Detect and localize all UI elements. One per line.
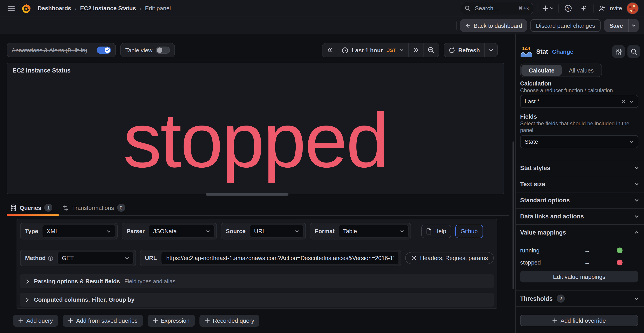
parsing-options-row[interactable]: Parsing options & Result fields Field ty… [20, 274, 494, 288]
options-sections: Stat styles Text size Standard options D… [516, 160, 644, 240]
refresh-interval-chevron[interactable] [484, 44, 497, 57]
panel-edit-main-area: Annotations & Alerts (Built-in) Table vi… [0, 34, 515, 333]
chevron-down-icon [634, 198, 639, 203]
chevron-down-icon [634, 214, 639, 219]
panel-toolbar: Annotations & Alerts (Built-in) Table vi… [7, 43, 504, 57]
mapping-value: stopped [520, 259, 574, 266]
plus-icon [552, 318, 558, 323]
calculation-select[interactable]: Last * [520, 95, 638, 108]
section-standard-options[interactable]: Standard options [516, 192, 644, 208]
query-footer-actions: Add query Add from saved queries Express… [13, 315, 260, 327]
divider [558, 4, 558, 12]
save-options-chevron[interactable] [628, 19, 639, 32]
clear-icon [621, 99, 626, 104]
help-icon[interactable]: ? [563, 3, 574, 14]
zoom-out-time-icon[interactable] [423, 44, 438, 57]
add-new-button[interactable] [542, 3, 554, 14]
menu-icon[interactable] [5, 3, 17, 14]
plus-icon [205, 318, 210, 323]
add-from-saved-queries-button[interactable]: Add from saved queries [63, 315, 143, 327]
format-field-group: Format Table [310, 223, 411, 239]
gear-icon [411, 255, 417, 261]
time-range-picker[interactable]: Last 1 hour JST [337, 44, 408, 57]
source-select[interactable]: URL [250, 225, 304, 238]
help-button[interactable]: Help [421, 224, 451, 238]
add-query-button[interactable]: Add query [13, 315, 58, 327]
type-field-group: Type XML [20, 223, 118, 239]
tab-calculate[interactable]: Calculate [522, 65, 562, 76]
section-text-size[interactable]: Text size [516, 176, 644, 192]
refresh-button[interactable]: Refresh [444, 44, 484, 57]
timezone-label: JST [387, 48, 396, 53]
user-avatar[interactable] [626, 2, 639, 14]
chevron-right-icon [26, 297, 30, 302]
scrollbar[interactable] [512, 141, 514, 289]
add-field-override-button[interactable]: Add field override [520, 315, 638, 326]
tab-all-values[interactable]: All values [562, 65, 601, 76]
headers-request-params-button[interactable]: Headers, Request params [406, 252, 494, 264]
fields-select[interactable]: State [520, 135, 638, 148]
plus-icon [153, 318, 158, 323]
tab-queries[interactable]: Queries 1 [7, 204, 59, 215]
method-value: GET [62, 255, 121, 261]
breadcrumb-dashboards[interactable]: Dashboards [38, 5, 71, 12]
search-box[interactable]: ⌘+k [461, 3, 533, 14]
stat-value: stopped [7, 63, 504, 194]
annotations-toggle-cell[interactable] [92, 44, 116, 57]
computed-columns-row[interactable]: Computed columns, Filter, Group by [20, 293, 494, 306]
tab-transformations[interactable]: Transformations 0 [59, 204, 132, 215]
chevron-up-icon [634, 230, 639, 235]
recorded-query-button[interactable]: Recorded query [200, 315, 260, 327]
section-value-mappings[interactable]: Value mappings [516, 224, 644, 240]
github-button[interactable]: Github [455, 224, 483, 238]
discard-label: Discard panel changes [536, 22, 595, 29]
fields-label: Fields [520, 113, 537, 120]
breadcrumb-dashboard-name[interactable]: EC2 Instance Status [80, 5, 136, 12]
discard-panel-changes-button[interactable]: Discard panel changes [531, 19, 600, 32]
edit-value-mappings-button[interactable]: Edit value mappings [520, 271, 638, 282]
github-label: Github [461, 228, 478, 234]
thresholds-count-badge: 2 [557, 294, 565, 302]
source-field-group: Source URL [221, 223, 306, 239]
chevron-right-icon [26, 279, 30, 283]
url-input[interactable] [165, 254, 394, 262]
grafana-logo-icon[interactable] [22, 3, 31, 13]
save-split-button: Save [604, 19, 639, 32]
time-shift-back-icon[interactable] [323, 44, 337, 57]
table-view-toggle-off[interactable] [156, 47, 170, 54]
search-options-icon[interactable] [628, 45, 640, 58]
parsing-options-title: Parsing options & Result fields [34, 278, 120, 285]
panel-preview[interactable]: EC2 Instance Status stopped [7, 63, 504, 194]
panel-resize-handle[interactable] [206, 193, 288, 196]
save-button[interactable]: Save [604, 19, 628, 32]
options-sliders-icon[interactable] [612, 45, 625, 58]
query-options-row: Type XML Parser JSONata Source [20, 223, 494, 239]
section-data-links[interactable]: Data links and actions [516, 208, 644, 224]
expression-button[interactable]: Expression [147, 315, 195, 327]
format-select[interactable]: Table [338, 225, 409, 238]
value-mode-tabs: Calculate All values [520, 64, 602, 77]
annotations-toggle-on[interactable] [96, 47, 111, 54]
mapping-color-swatch [616, 259, 622, 265]
section-thresholds[interactable]: Thresholds 2 [516, 290, 644, 306]
table-view-toggle-item[interactable]: Table view [121, 44, 174, 57]
parser-select[interactable]: JSONata [149, 225, 215, 238]
back-to-dashboard-button[interactable]: Back to dashboard [460, 19, 527, 32]
divider [594, 4, 594, 12]
type-select[interactable]: XML [42, 225, 116, 238]
annotations-toggle-item[interactable]: Annotations & Alerts (Built-in) [7, 44, 92, 57]
change-viz-link[interactable]: Change [552, 48, 573, 55]
url-input-wrap [161, 251, 399, 264]
top-nav-bar: Dashboards › EC2 Instance Status › Edit … [0, 0, 644, 17]
refresh-controls: Refresh [444, 43, 498, 57]
search-input[interactable] [474, 5, 514, 12]
info-icon [48, 255, 53, 261]
editor-tabs: Queries 1 Transformations 0 [7, 202, 509, 216]
grafana-panel-editor: Dashboards › EC2 Instance Status › Edit … [0, 0, 644, 333]
method-select[interactable]: GET [57, 251, 134, 264]
invite-button[interactable]: Invite [598, 5, 622, 12]
section-stat-styles[interactable]: Stat styles [516, 160, 644, 176]
assistant-sparkle-icon[interactable] [578, 3, 589, 14]
search-icon [465, 5, 470, 11]
time-shift-forward-icon[interactable] [408, 44, 423, 57]
